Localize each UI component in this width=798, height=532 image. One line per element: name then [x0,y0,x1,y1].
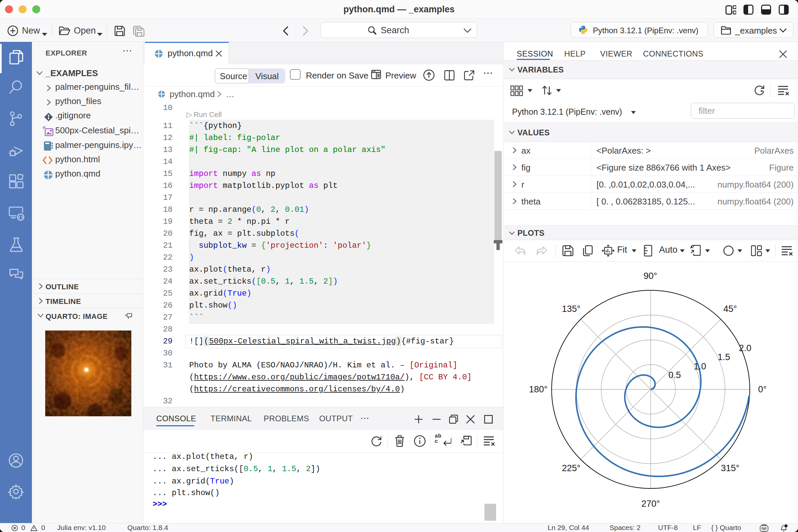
svg-text:225°: 225° [562,463,581,473]
svg-text:180°: 180° [529,384,548,394]
svg-text:135°: 135° [562,304,581,314]
svg-text:270°: 270° [641,499,660,509]
svg-text:0°: 0° [758,384,767,394]
svg-text:1.5: 1.5 [718,352,730,362]
svg-text:90°: 90° [644,271,657,281]
svg-text:0.5: 0.5 [668,370,681,380]
svg-text:45°: 45° [723,304,737,314]
svg-text:2.0: 2.0 [739,343,752,353]
svg-text:1.0: 1.0 [694,361,706,372]
svg-text:315°: 315° [721,463,740,473]
